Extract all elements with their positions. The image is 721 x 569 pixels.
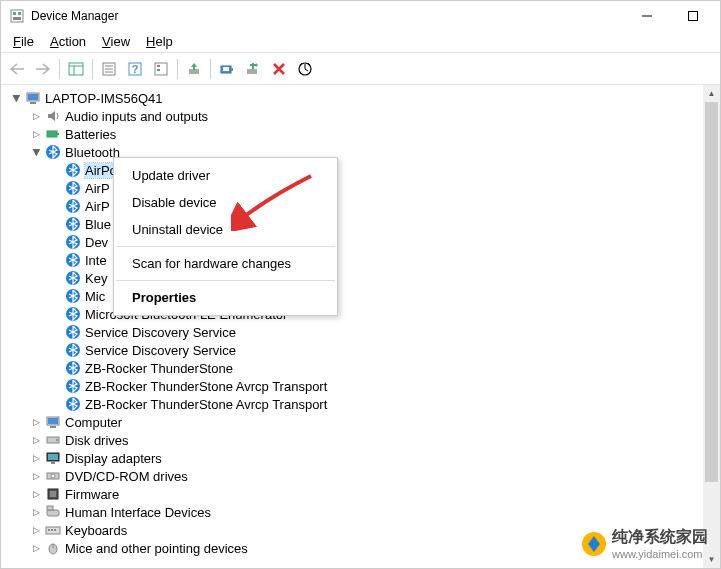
tree-label: AirP xyxy=(85,181,110,196)
tree-label: Key xyxy=(85,271,107,286)
svg-rect-57 xyxy=(47,506,53,510)
tree-label: Batteries xyxy=(65,127,116,142)
firmware-icon xyxy=(45,486,61,502)
context-menu: Update driver Disable device Uninstall d… xyxy=(113,157,338,316)
forward-button[interactable] xyxy=(31,57,55,81)
tree-category-disk[interactable]: ▷ Disk drives xyxy=(5,431,720,449)
expander-closed-icon[interactable]: ▷ xyxy=(29,415,43,429)
show-hide-console-tree-button[interactable] xyxy=(64,57,88,81)
tree-device[interactable]: Service Discovery Service xyxy=(5,341,720,359)
disk-icon xyxy=(45,432,61,448)
ctx-disable-device[interactable]: Disable device xyxy=(114,189,337,216)
ctx-update-driver[interactable]: Update driver xyxy=(114,162,337,189)
expander-open-icon[interactable]: ⯆ xyxy=(29,145,43,159)
svg-rect-16 xyxy=(157,65,160,67)
scroll-up-button[interactable]: ▲ xyxy=(703,85,720,102)
properties-button[interactable] xyxy=(97,57,121,81)
help-button[interactable]: ? xyxy=(123,57,147,81)
tree-category-firmware[interactable]: ▷ Firmware xyxy=(5,485,720,503)
scrollbar-thumb[interactable] xyxy=(705,102,718,482)
menu-view[interactable]: View xyxy=(94,32,138,51)
svg-rect-55 xyxy=(50,491,56,497)
toolbar-separator xyxy=(59,59,60,79)
bluetooth-icon xyxy=(65,252,81,268)
title-bar: Device Manager xyxy=(1,1,720,31)
expander-closed-icon[interactable]: ▷ xyxy=(29,433,43,447)
tree-label: Blue xyxy=(85,217,111,232)
toolbar-separator xyxy=(210,59,211,79)
tree-category-audio[interactable]: ▷ Audio inputs and outputs xyxy=(5,107,720,125)
svg-rect-26 xyxy=(30,102,36,104)
expander-closed-icon[interactable]: ▷ xyxy=(29,109,43,123)
maximize-button[interactable] xyxy=(670,1,716,31)
bluetooth-icon xyxy=(65,270,81,286)
svg-rect-20 xyxy=(223,67,229,71)
view-button[interactable] xyxy=(149,57,173,81)
tree-category-hid[interactable]: ▷ Human Interface Devices xyxy=(5,503,720,521)
expander-closed-icon[interactable]: ▷ xyxy=(29,487,43,501)
tree-label: Audio inputs and outputs xyxy=(65,109,208,124)
bluetooth-icon xyxy=(65,396,81,412)
update-driver-button[interactable] xyxy=(182,57,206,81)
menu-bar: File Action View Help xyxy=(1,31,720,53)
tree-category-computer[interactable]: ▷ Computer xyxy=(5,413,720,431)
tree-device[interactable]: ZB-Rocker ThunderStone xyxy=(5,359,720,377)
ctx-properties[interactable]: Properties xyxy=(114,284,337,311)
app-icon xyxy=(9,8,25,24)
vertical-scrollbar[interactable]: ▲ ▼ xyxy=(703,85,720,568)
tree-category-batteries[interactable]: ▷ Batteries xyxy=(5,125,720,143)
expander-open-icon[interactable]: ⯆ xyxy=(9,91,23,105)
window-buttons xyxy=(624,1,716,31)
expander-closed-icon[interactable]: ▷ xyxy=(29,469,43,483)
svg-rect-50 xyxy=(48,454,58,460)
tree-label: Firmware xyxy=(65,487,119,502)
window-title: Device Manager xyxy=(31,9,624,23)
expander-closed-icon[interactable]: ▷ xyxy=(29,523,43,537)
device-tree[interactable]: ⯆ LAPTOP-IMS56Q41 ▷ Audio inputs and out… xyxy=(1,85,720,557)
scan-hardware-button[interactable] xyxy=(293,57,317,81)
menu-action[interactable]: Action xyxy=(42,32,94,51)
tree-device[interactable]: ZB-Rocker ThunderStone Avrcp Transport xyxy=(5,377,720,395)
audio-icon xyxy=(45,108,61,124)
tree-label: ZB-Rocker ThunderStone Avrcp Transport xyxy=(85,397,327,412)
svg-rect-17 xyxy=(157,69,160,71)
mouse-icon xyxy=(45,540,61,556)
menu-help[interactable]: Help xyxy=(138,32,181,51)
bluetooth-icon xyxy=(65,198,81,214)
svg-rect-22 xyxy=(247,69,257,74)
bluetooth-icon xyxy=(65,216,81,232)
tree-category-display[interactable]: ▷ Display adapters xyxy=(5,449,720,467)
watermark-title: 纯净系统家园 xyxy=(612,527,708,548)
svg-rect-1 xyxy=(13,12,16,15)
svg-rect-0 xyxy=(11,10,23,22)
menu-file[interactable]: File xyxy=(5,32,42,51)
expander-closed-icon[interactable]: ▷ xyxy=(29,541,43,555)
svg-rect-3 xyxy=(13,17,21,20)
bluetooth-icon xyxy=(65,342,81,358)
svg-rect-45 xyxy=(48,418,58,424)
tree-label: Mic xyxy=(85,289,105,304)
toolbar: ? xyxy=(1,53,720,85)
svg-rect-2 xyxy=(18,12,21,15)
tree-root[interactable]: ⯆ LAPTOP-IMS56Q41 xyxy=(5,89,720,107)
minimize-button[interactable] xyxy=(624,1,670,31)
expander-closed-icon[interactable]: ▷ xyxy=(29,505,43,519)
tree-label: DVD/CD-ROM drives xyxy=(65,469,188,484)
bluetooth-icon xyxy=(65,324,81,340)
expander-closed-icon[interactable]: ▷ xyxy=(29,451,43,465)
tree-device[interactable]: Service Discovery Service xyxy=(5,323,720,341)
uninstall-device-button[interactable] xyxy=(267,57,291,81)
tree-label: AirP xyxy=(85,199,110,214)
disable-device-button[interactable] xyxy=(241,57,265,81)
ctx-scan-hardware[interactable]: Scan for hardware changes xyxy=(114,250,337,277)
tree-device[interactable]: ZB-Rocker ThunderStone Avrcp Transport xyxy=(5,395,720,413)
enable-device-button[interactable] xyxy=(215,57,239,81)
ctx-uninstall-device[interactable]: Uninstall device xyxy=(114,216,337,243)
expander-closed-icon[interactable]: ▷ xyxy=(29,127,43,141)
back-button[interactable] xyxy=(5,57,29,81)
tree-label: Service Discovery Service xyxy=(85,343,236,358)
svg-rect-59 xyxy=(48,529,50,531)
tree-label: ZB-Rocker ThunderStone Avrcp Transport xyxy=(85,379,327,394)
tree-category-dvd[interactable]: ▷ DVD/CD-ROM drives xyxy=(5,467,720,485)
svg-rect-6 xyxy=(69,63,83,75)
